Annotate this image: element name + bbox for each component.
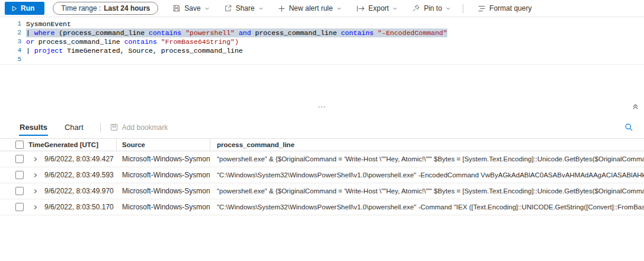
chevron-down-icon [204,6,210,11]
code-token: or [26,38,34,46]
line-number: 1 [0,20,21,28]
cell-timegenerated: 9/6/2022, 8:03:49.970 [44,187,117,195]
column-header-source[interactable]: Source [117,139,210,151]
format-query-label: Format query [489,4,531,12]
header-checkbox-cell [0,141,28,149]
editor-bottom-divider [0,64,644,65]
collapse-results-button[interactable] [632,102,639,113]
format-lines-icon [478,5,486,12]
code-token: process_command_line [34,38,124,46]
export-arrow-icon [356,5,365,12]
code-token: where [34,29,55,37]
code-token: | [26,29,34,37]
row-checkbox[interactable] [15,155,24,163]
editor-line[interactable]: 5 [0,55,644,64]
row-checkbox[interactable] [15,171,24,179]
table-row[interactable]: 9/6/2022, 8:03:49.593Microsoft-Windows-S… [0,167,644,183]
table-row[interactable]: 9/6/2022, 8:03:50.170Microsoft-Windows-S… [0,199,644,215]
code-token [374,29,378,37]
code-token: contains [149,29,181,37]
code-token: contains [341,29,373,37]
table-row[interactable]: 9/6/2022, 8:03:49.427Microsoft-Windows-S… [0,151,644,167]
line-number: 3 [0,37,21,46]
splitter-drag-handle[interactable]: ... [318,101,326,109]
tabs-divider [100,123,101,132]
cell-source: Microsoft-Windows-Sysmon [117,187,210,195]
code-token: TimeGenerated, Source, process_command_l… [63,47,243,55]
expand-row-button[interactable] [28,205,44,210]
code-token: SysmonEvent [26,20,71,28]
line-number: 4 [0,46,21,55]
share-icon [224,4,232,12]
results-tabs-row: Results Chart Add bookmark [0,118,644,136]
share-label: Share [236,4,255,12]
run-label: Run [21,4,34,12]
expand-row-button[interactable] [28,173,44,178]
editor-line[interactable]: 2| where (process_command_line contains … [0,28,644,37]
row-checkbox-cell [0,171,28,179]
code-token [157,38,161,46]
chevron-down-icon [446,6,451,11]
pin-to-label: Pin to [424,4,442,12]
pin-to-menu[interactable]: Pin to [412,4,451,12]
editor-lines: 1SysmonEvent2| where (process_command_li… [0,20,644,64]
column-header-timegenerated[interactable]: TimeGenerated [UTC] [28,139,117,151]
row-checkbox[interactable] [15,203,24,211]
row-checkbox[interactable] [15,187,24,195]
tab-chart[interactable]: Chart [64,119,84,136]
run-button[interactable]: Run [5,2,44,15]
line-number: 5 [0,55,21,64]
double-chevron-up-icon [632,103,639,110]
query-editor[interactable]: 1SysmonEvent2| where (process_command_li… [0,20,644,64]
share-menu[interactable]: Share [224,4,264,12]
chevron-right-icon [33,205,38,210]
code-line-text[interactable]: SysmonEvent [26,20,71,28]
cell-source: Microsoft-Windows-Sysmon [117,171,210,179]
code-token: and [239,29,251,37]
cell-source: Microsoft-Windows-Sysmon [117,155,210,163]
save-menu[interactable]: Save [172,4,209,12]
tab-results[interactable]: Results [19,119,48,136]
editor-line[interactable]: 3or process_command_line contains "FromB… [0,37,644,46]
code-line-text-selected[interactable]: | where (process_command_line contains "… [26,28,447,37]
cell-source: Microsoft-Windows-Sysmon [117,203,210,211]
table-row[interactable]: 9/6/2022, 8:03:49.970Microsoft-Windows-S… [0,183,644,199]
search-results-button[interactable] [624,123,633,132]
export-label: Export [369,4,389,12]
cell-process-command-line: "powershell.exe" & {$OriginalCommand = '… [210,155,644,163]
add-bookmark-button[interactable]: Add bookmark [110,123,168,132]
code-token: "-EncodedCommand" [378,29,447,37]
query-toolbar: Run Time range : Last 24 hours Save Shar… [0,0,644,17]
chevron-right-icon [33,189,38,194]
time-range-picker[interactable]: Time range : Last 24 hours [53,2,158,15]
code-token: project [34,47,63,55]
cell-timegenerated: 9/6/2022, 8:03:49.427 [44,155,117,163]
editor-line[interactable]: 4| project TimeGenerated, Source, proces… [0,46,644,55]
column-header-process-command-line[interactable]: process_command_line [210,141,644,148]
line-number: 2 [0,28,21,37]
expand-row-button[interactable] [28,189,44,194]
cell-process-command-line: "C:\Windows\System32\WindowsPowerShell\v… [210,171,644,179]
row-checkbox-cell [0,203,28,211]
code-line-text[interactable]: | project TimeGenerated, Source, process… [26,46,243,55]
chevron-down-icon [258,6,264,11]
select-all-checkbox[interactable] [15,141,24,149]
new-alert-rule-menu[interactable]: New alert rule [278,4,342,12]
code-token: | [26,47,34,55]
plus-icon [278,5,286,12]
save-label: Save [184,4,200,12]
format-query-button[interactable]: Format query [478,4,531,12]
editor-line[interactable]: 1SysmonEvent [0,20,644,28]
export-menu[interactable]: Export [356,4,398,12]
time-range-label: Time range : [61,4,101,12]
row-checkbox-cell [0,155,28,163]
code-token: "FromBase64String") [161,38,239,46]
chevron-right-icon [33,157,38,162]
chevron-down-icon [392,6,398,11]
code-token: (process_command_line [55,29,149,37]
code-line-text[interactable]: or process_command_line contains "FromBa… [26,37,239,46]
panel-splitter: ... [0,101,644,112]
expand-row-button[interactable] [28,157,44,162]
code-token [235,29,239,37]
code-token: process_command_line [251,29,341,37]
